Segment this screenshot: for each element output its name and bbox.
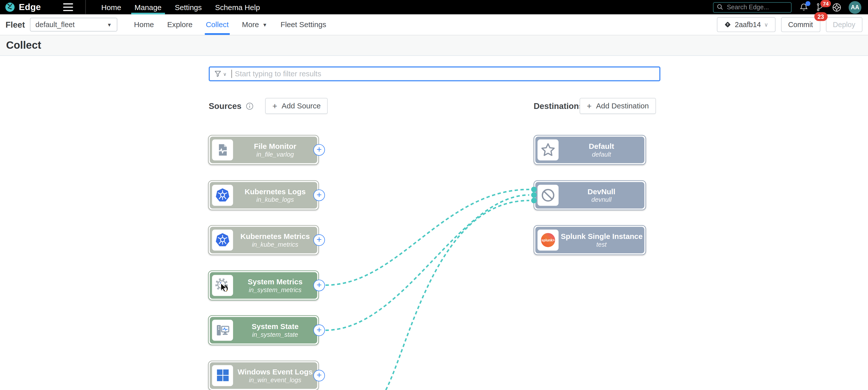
plus-icon: +: [316, 145, 322, 154]
splunk-icon: splunk>: [537, 230, 559, 251]
sources-header: Sources: [209, 98, 254, 114]
collect-canvas: ∨ Start typing to filter results Sources…: [0, 56, 868, 390]
destinations-heading: Destinations: [534, 101, 583, 110]
version-button[interactable]: 2aafb14 ∨: [717, 17, 775, 32]
menu-icon[interactable]: [63, 3, 73, 11]
fleet-tab-label: More: [242, 21, 259, 29]
wire-offscreen-devnull: [386, 200, 529, 390]
plus-icon: +: [316, 280, 322, 289]
destination-id: default: [561, 151, 642, 158]
notification-dot: [805, 1, 810, 6]
topnav-item[interactable]: Schema Help: [209, 0, 267, 14]
source-title: Kubernetes Logs: [235, 187, 315, 195]
destinations-column: Default default DevNull devnull splunk> …: [534, 135, 646, 255]
fleet-tab[interactable]: Explore▼: [160, 14, 199, 35]
connect-source-button[interactable]: +: [313, 325, 325, 336]
source-id: in_file_varlog: [235, 151, 315, 158]
destination-card[interactable]: splunk> Splunk Single Instance test: [534, 225, 646, 255]
connect-source-button[interactable]: +: [313, 234, 325, 246]
connect-source-button[interactable]: +: [313, 189, 325, 201]
fleet-tab[interactable]: Fleet Settings▼: [274, 14, 333, 35]
filter-input[interactable]: ∨ Start typing to filter results: [209, 66, 660, 81]
source-id: in_system_state: [235, 331, 315, 338]
chevron-down-icon: ∨: [223, 71, 226, 76]
deploy-button[interactable]: Deploy: [826, 17, 863, 32]
source-title: Windows Event Logs: [235, 368, 315, 376]
circle-slash-icon: [537, 185, 559, 205]
wire-system-state-devnull: [326, 195, 529, 330]
source-card-body: Kubernetes Metrics in_kube_metrics: [210, 227, 317, 254]
filter-funnel-icon: [214, 70, 221, 77]
commit-button[interactable]: Commit: [781, 17, 820, 32]
kubernetes-icon: [212, 185, 233, 205]
star-icon: [537, 139, 559, 160]
topnav-item[interactable]: Manage: [128, 0, 168, 14]
source-card-body: System State in_system_state: [210, 317, 317, 344]
info-icon[interactable]: [246, 102, 254, 110]
plus-icon: +: [316, 325, 322, 334]
connect-source-button[interactable]: +: [313, 279, 325, 291]
fleet-tab-label: Collect: [206, 21, 229, 29]
filter-placeholder: Start typing to filter results: [235, 70, 321, 78]
fleet-tab[interactable]: Home▼: [127, 14, 160, 35]
fleet-selector[interactable]: default_fleet ▼: [30, 18, 117, 32]
notifications-button[interactable]: [799, 2, 808, 12]
destination-title: Default: [561, 142, 642, 150]
kubernetes-icon: [212, 230, 233, 251]
plus-icon: +: [272, 101, 277, 110]
plus-icon: +: [316, 235, 322, 244]
source-card[interactable]: System Metrics in_system_metrics +: [208, 270, 319, 300]
add-destination-button[interactable]: + Add Destination: [580, 98, 656, 114]
chevron-down-icon: ∨: [764, 22, 768, 28]
source-card[interactable]: Kubernetes Metrics in_kube_metrics +: [208, 225, 319, 255]
fleet-tabs: Home▼Explore▼Collect▼More▼Fleet Settings…: [127, 14, 333, 35]
source-card-body: Kubernetes Logs in_kube_logs: [210, 182, 317, 208]
source-title: File Monitor: [235, 142, 315, 150]
destination-id: devnull: [561, 196, 642, 202]
page-title: Collect: [6, 39, 41, 51]
add-source-button[interactable]: + Add Source: [265, 98, 328, 114]
brand[interactable]: Edge: [0, 2, 41, 13]
source-id: in_kube_metrics: [235, 241, 315, 248]
global-search: [713, 2, 792, 12]
topnav-item[interactable]: Settings: [168, 0, 208, 14]
topnav-item[interactable]: Home: [95, 0, 128, 14]
source-card[interactable]: System State in_system_state +: [208, 315, 319, 345]
top-nav: HomeManageSettingsSchema Help: [95, 0, 267, 14]
changes-button[interactable]: 74: [815, 2, 825, 12]
fleet-tab[interactable]: More▼: [235, 14, 274, 35]
topnav-item-label: Settings: [175, 3, 202, 11]
top-bar: Edge HomeManageSettingsSchema Help: [0, 0, 868, 14]
source-card[interactable]: File Monitor in_file_varlog +: [208, 135, 319, 165]
sources-heading: Sources: [209, 101, 241, 110]
search-input[interactable]: [713, 2, 792, 12]
text-cursor: [231, 70, 232, 78]
windows-icon: [212, 365, 233, 386]
source-card[interactable]: Kubernetes Logs in_kube_logs +: [208, 180, 319, 210]
source-card[interactable]: Windows Event Logs in_win_event_logs +: [208, 360, 319, 390]
topnav-item-label: Manage: [134, 3, 161, 11]
help-button[interactable]: [832, 2, 841, 12]
destination-card[interactable]: DevNull devnull: [534, 180, 646, 210]
avatar[interactable]: AA: [849, 1, 862, 13]
topbar-divider: [85, 0, 86, 14]
destination-title: Splunk Single Instance: [561, 232, 642, 241]
sources-column: File Monitor in_file_varlog + Kubernetes…: [208, 135, 319, 390]
chevron-down-icon: ▼: [107, 22, 112, 27]
plus-icon: +: [587, 101, 591, 110]
source-title: Kubernetes Metrics: [235, 232, 315, 241]
fleet-tab[interactable]: Collect▼: [199, 14, 235, 35]
source-id: in_kube_logs: [235, 196, 315, 202]
source-card-body: File Monitor in_file_varlog: [210, 136, 317, 163]
cribl-edge-logo-icon: [4, 2, 16, 13]
destination-card[interactable]: Default default: [534, 135, 646, 165]
system-metrics-icon: [212, 274, 233, 296]
svg-text:splunk>: splunk>: [541, 238, 555, 242]
connect-source-button[interactable]: +: [313, 144, 325, 156]
source-id: in_system_metrics: [235, 286, 315, 293]
plus-icon: +: [316, 190, 322, 199]
source-card-body: System Metrics in_system_metrics: [210, 272, 317, 298]
connect-source-button[interactable]: +: [313, 369, 325, 381]
fleet-bar: Fleet default_fleet ▼ Home▼Explore▼Colle…: [0, 14, 868, 35]
version-label: 2aafb14: [735, 21, 761, 29]
